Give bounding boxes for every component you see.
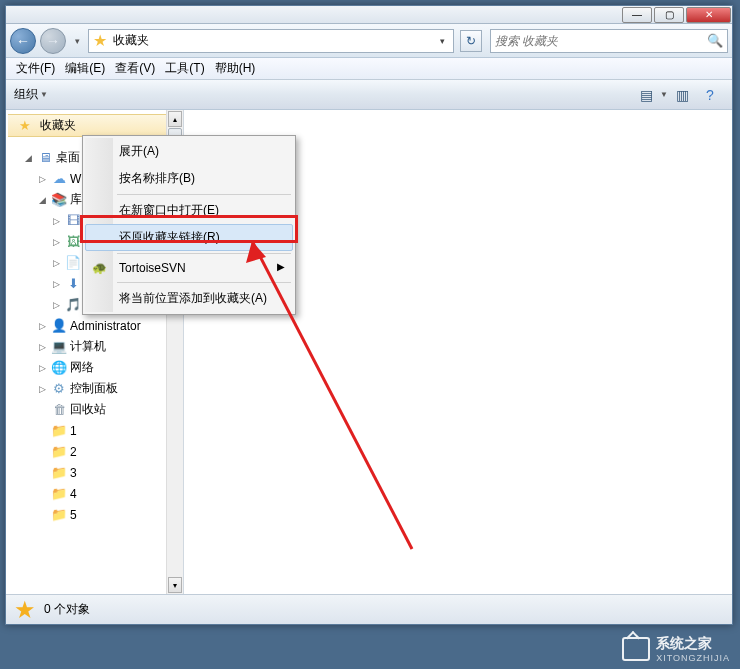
collapse-icon[interactable]: ◢ [22, 153, 34, 163]
admin-label: Administrator [70, 319, 141, 333]
recycle-label: 回收站 [70, 401, 106, 418]
back-button[interactable]: ← [10, 28, 36, 54]
wps-label: W [70, 172, 81, 186]
cloud-icon: ☁ [51, 171, 67, 187]
submenu-arrow-icon: ▶ [277, 261, 285, 272]
sidebar-item-folder-3[interactable]: 📁3 [8, 462, 166, 483]
address-bar[interactable]: ★ 收藏夹 ▾ [88, 29, 454, 53]
expand-icon[interactable]: ▷ [36, 174, 48, 184]
folder-icon: 📁 [51, 423, 67, 439]
video-icon: 🎞 [65, 213, 81, 229]
search-icon[interactable]: 🔍 [707, 33, 723, 48]
tortoise-label: TortoiseSVN [119, 261, 186, 275]
sidebar-item-recycle[interactable]: 🗑 回收站 [8, 399, 166, 420]
preview-pane-button[interactable]: ▥ [670, 84, 694, 106]
folder-icon: 📁 [51, 486, 67, 502]
folder-4-label: 4 [70, 487, 77, 501]
forward-button[interactable]: → [40, 28, 66, 54]
tortoise-icon: 🐢 [91, 260, 107, 276]
sidebar-item-computer[interactable]: ▷ 💻 计算机 [8, 336, 166, 357]
ctx-open-new-window[interactable]: 在新窗口中打开(E) [85, 197, 293, 224]
nav-bar: ← → ▾ ★ 收藏夹 ▾ ↻ 🔍 [6, 24, 732, 58]
ctx-expand[interactable]: 展开(A) [85, 138, 293, 165]
sidebar-item-network[interactable]: ▷ 🌐 网络 [8, 357, 166, 378]
title-bar: — ▢ ✕ [6, 6, 732, 24]
status-bar: ★ 0 个对象 [6, 594, 732, 624]
ctx-add-to-favorites[interactable]: 将当前位置添加到收藏夹(A) [85, 285, 293, 312]
sidebar-item-folder-1[interactable]: 📁1 [8, 420, 166, 441]
menu-view[interactable]: 查看(V) [111, 58, 159, 79]
address-dropdown[interactable]: ▾ [433, 36, 451, 46]
scroll-up-button[interactable]: ▴ [168, 111, 182, 127]
favorites-icon: ★ [91, 32, 109, 50]
sidebar-item-control-panel[interactable]: ▷ ⚙ 控制面板 [8, 378, 166, 399]
help-button[interactable]: ? [698, 84, 722, 106]
folder-3-label: 3 [70, 466, 77, 480]
network-label: 网络 [70, 359, 94, 376]
address-text: 收藏夹 [109, 32, 433, 49]
folder-2-label: 2 [70, 445, 77, 459]
search-input[interactable] [495, 34, 707, 48]
status-count: 0 个对象 [44, 601, 90, 618]
menu-bar: 文件(F) 编辑(E) 查看(V) 工具(T) 帮助(H) [6, 58, 732, 80]
expand-icon[interactable]: ▷ [50, 237, 62, 247]
library-icon: 📚 [51, 192, 67, 208]
menu-help[interactable]: 帮助(H) [211, 58, 260, 79]
expand-icon[interactable]: ▷ [36, 384, 48, 394]
expand-icon[interactable]: ▷ [50, 216, 62, 226]
view-mode-button[interactable]: ▤ [634, 84, 658, 106]
sidebar-item-folder-4[interactable]: 📁4 [8, 483, 166, 504]
context-menu: 展开(A) 按名称排序(B) 在新窗口中打开(E) 还原收藏夹链接(R) 🐢 T… [82, 135, 296, 315]
organize-button[interactable]: 组织 ▼ [14, 86, 48, 103]
user-icon: 👤 [51, 318, 67, 334]
menu-edit[interactable]: 编辑(E) [61, 58, 109, 79]
refresh-button[interactable]: ↻ [460, 30, 482, 52]
recycle-icon: 🗑 [51, 402, 67, 418]
desktop-label: 桌面 [56, 149, 80, 166]
folder-1-label: 1 [70, 424, 77, 438]
sidebar-item-admin[interactable]: ▷ 👤 Administrator [8, 315, 166, 336]
watermark: 系统之家 XITONGZHIJIA [622, 635, 730, 663]
minimize-button[interactable]: — [622, 7, 652, 23]
star-icon: ★ [17, 118, 33, 134]
pictures-icon: 🖼 [65, 234, 81, 250]
expand-icon[interactable]: ▷ [50, 279, 62, 289]
control-label: 控制面板 [70, 380, 118, 397]
expand-icon[interactable]: ▷ [36, 342, 48, 352]
favorites-label: 收藏夹 [40, 117, 76, 134]
chevron-down-icon: ▼ [40, 90, 48, 99]
collapse-icon[interactable]: ◢ [36, 195, 48, 205]
separator [117, 253, 291, 254]
menu-tools[interactable]: 工具(T) [161, 58, 208, 79]
sidebar-item-favorites[interactable]: ★ 收藏夹 [8, 114, 166, 137]
close-button[interactable]: ✕ [686, 7, 731, 23]
separator [117, 282, 291, 283]
maximize-button[interactable]: ▢ [654, 7, 684, 23]
control-panel-icon: ⚙ [51, 381, 67, 397]
scroll-down-button[interactable]: ▾ [168, 577, 182, 593]
download-icon: ⬇ [65, 276, 81, 292]
expand-icon[interactable]: ▷ [50, 258, 62, 268]
expand-icon[interactable]: ▷ [36, 321, 48, 331]
watermark-name: 系统之家 [656, 635, 730, 653]
folder-icon: 📁 [51, 507, 67, 523]
view-dropdown[interactable]: ▼ [660, 90, 668, 99]
expand-icon[interactable]: ▷ [36, 363, 48, 373]
ctx-sort-by-name[interactable]: 按名称排序(B) [85, 165, 293, 192]
search-box[interactable]: 🔍 [490, 29, 728, 53]
ctx-tortoisesvn[interactable]: 🐢 TortoiseSVN ▶ [85, 256, 293, 280]
explorer-window: — ▢ ✕ ← → ▾ ★ 收藏夹 ▾ ↻ 🔍 文件(F) 编辑(E) 查看(V… [5, 5, 733, 625]
sidebar-item-folder-5[interactable]: 📁5 [8, 504, 166, 525]
watermark-sub: XITONGZHIJIA [656, 653, 730, 663]
nav-history-dropdown[interactable]: ▾ [70, 32, 84, 50]
watermark-logo-icon [622, 637, 650, 661]
menu-file[interactable]: 文件(F) [12, 58, 59, 79]
separator [117, 194, 291, 195]
expand-icon[interactable]: ▷ [50, 300, 62, 310]
network-icon: 🌐 [51, 360, 67, 376]
sidebar-item-folder-2[interactable]: 📁2 [8, 441, 166, 462]
ctx-restore-favorites[interactable]: 还原收藏夹链接(R) [85, 224, 293, 251]
folder-5-label: 5 [70, 508, 77, 522]
folder-icon: 📁 [51, 465, 67, 481]
desktop-icon: 🖥 [37, 150, 53, 166]
